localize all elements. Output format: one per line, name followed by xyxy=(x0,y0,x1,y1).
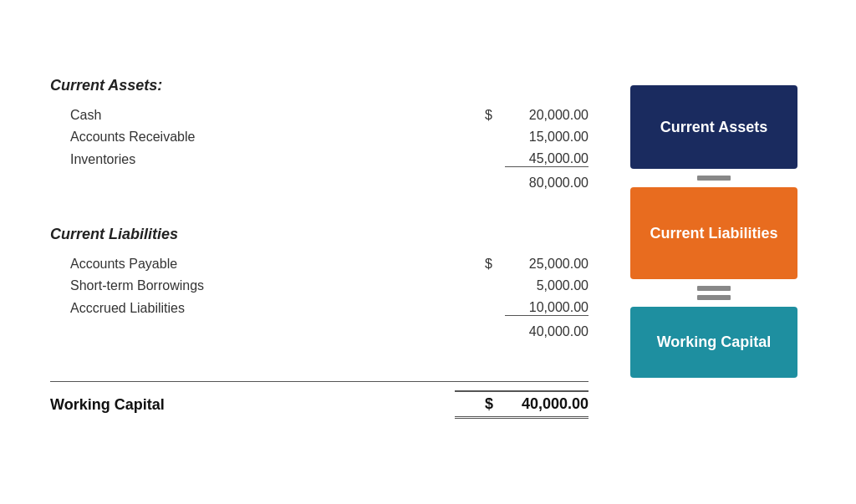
section-gap xyxy=(50,196,588,226)
double-bar-1 xyxy=(697,286,731,291)
subtotal-value: 40,000.00 xyxy=(505,324,588,339)
left-panel: Current Assets: Cash $ 20,000.00 Account… xyxy=(50,77,588,427)
current-assets-box-label: Current Assets xyxy=(660,119,767,136)
item-amount: $ 25,000.00 xyxy=(455,257,588,272)
item-amount: 5,000.00 xyxy=(455,278,588,293)
connector-double xyxy=(697,279,731,307)
item-value: 10,000.00 xyxy=(505,300,588,316)
item-value: 15,000.00 xyxy=(505,130,588,145)
item-amount: 15,000.00 xyxy=(455,130,588,145)
working-capital-value: 40,000.00 xyxy=(505,395,588,413)
item-label: Short-term Borrowings xyxy=(70,278,455,293)
list-item: Accounts Receivable 15,000.00 xyxy=(50,126,588,148)
list-item: Cash $ 20,000.00 xyxy=(50,104,588,126)
current-liabilities-header: Current Liabilities xyxy=(50,226,588,243)
double-bar-2 xyxy=(697,295,731,300)
item-label: Accounts Payable xyxy=(70,257,455,272)
current-liabilities-subtotal: 40,000.00 xyxy=(50,319,588,344)
working-capital-amount: $ 40,000.00 xyxy=(455,390,588,419)
item-label: Cash xyxy=(70,108,455,123)
list-item: Acccrued Liabilities 10,000.00 xyxy=(50,297,588,319)
item-value: 20,000.00 xyxy=(505,108,588,123)
main-container: Current Assets: Cash $ 20,000.00 Account… xyxy=(17,52,839,452)
item-value: 45,000.00 xyxy=(505,151,588,167)
connector-single xyxy=(697,169,731,187)
item-amount: 10,000.00 xyxy=(455,300,588,316)
current-assets-box: Current Assets xyxy=(630,85,797,169)
current-liabilities-box-label: Current Liabilities xyxy=(650,225,777,242)
section-gap xyxy=(50,344,588,374)
right-panel: Current Assets Current Liabilities Worki… xyxy=(622,77,806,427)
dollar-sign xyxy=(485,278,498,293)
item-label: Accounts Receivable xyxy=(70,130,455,145)
working-capital-box: Working Capital xyxy=(630,307,797,378)
list-item: Short-term Borrowings 5,000.00 xyxy=(50,275,588,297)
item-label: Inventories xyxy=(70,152,455,167)
item-amount: $ 20,000.00 xyxy=(455,108,588,123)
current-liabilities-box: Current Liabilities xyxy=(630,187,797,279)
item-amount: 45,000.00 xyxy=(455,151,588,167)
current-assets-header: Current Assets: xyxy=(50,77,588,94)
dollar-sign xyxy=(485,151,498,167)
dollar-sign: $ xyxy=(485,108,498,123)
current-assets-subtotal: 80,000.00 xyxy=(50,171,588,196)
item-label: Acccrued Liabilities xyxy=(70,301,455,316)
item-value: 25,000.00 xyxy=(505,257,588,272)
dollar-sign: $ xyxy=(485,395,498,413)
working-capital-row: Working Capital $ 40,000.00 xyxy=(50,381,588,427)
list-item: Inventories 45,000.00 xyxy=(50,148,588,171)
dollar-sign xyxy=(485,130,498,145)
connector-bar xyxy=(697,176,731,181)
item-value: 5,000.00 xyxy=(505,278,588,293)
dollar-sign xyxy=(485,300,498,316)
subtotal-value: 80,000.00 xyxy=(505,176,588,191)
working-capital-box-label: Working Capital xyxy=(657,333,772,351)
working-capital-label: Working Capital xyxy=(50,396,455,414)
list-item: Accounts Payable $ 25,000.00 xyxy=(50,253,588,275)
dollar-sign: $ xyxy=(485,257,498,272)
